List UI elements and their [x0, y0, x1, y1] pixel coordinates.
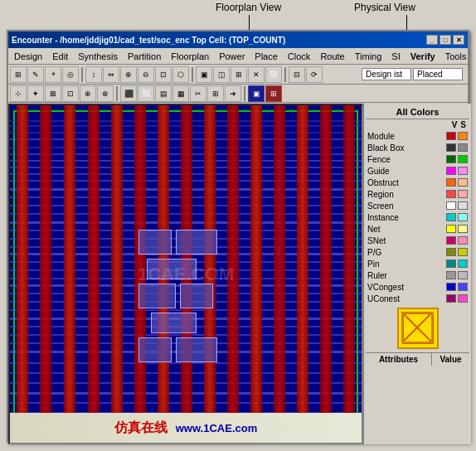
tb-btn-1[interactable]: ⊞ [10, 66, 27, 83]
tb-btn-6[interactable]: ⇔ [103, 66, 119, 83]
tb-btn-8[interactable]: ⊖ [138, 66, 154, 83]
color-row-obstruct[interactable]: Obstruct [366, 177, 469, 188]
color-row-blackbox[interactable]: Black Box [366, 142, 469, 153]
color-row-ruler[interactable]: Ruler [366, 269, 469, 281]
tb-btn-15[interactable]: ⬜ [265, 66, 282, 83]
tb2-btn-7[interactable]: ⬛ [120, 85, 137, 102]
color-row-uconest[interactable]: UConest [366, 293, 469, 304]
tb-btn-17[interactable]: ⟳ [306, 66, 323, 83]
screen-color-v[interactable] [446, 201, 456, 210]
instance-color-s[interactable] [458, 213, 468, 221]
vcongest-color-s[interactable] [458, 283, 468, 291]
color-row-pin[interactable]: Pin [366, 258, 469, 269]
region-color-v[interactable] [446, 190, 456, 198]
instance-color-v[interactable] [446, 213, 456, 221]
pin-color-s[interactable] [458, 259, 468, 268]
menu-route[interactable]: Route [316, 50, 348, 63]
obstruct-color-s[interactable] [458, 178, 468, 187]
tb2-sep-2 [244, 86, 245, 101]
menu-design[interactable]: Design [10, 50, 46, 63]
pg-color-s[interactable] [458, 248, 468, 256]
color-row-vcongest[interactable]: VCongest [366, 281, 469, 293]
guide-color-v[interactable] [446, 167, 456, 175]
tb-btn-13[interactable]: ⊞ [231, 66, 247, 83]
tb-btn-11[interactable]: ▣ [196, 66, 212, 83]
v-col-14 [320, 105, 332, 443]
guide-color-s[interactable] [458, 167, 468, 175]
net-color-v[interactable] [446, 225, 456, 233]
color-row-snet[interactable]: SNet [366, 235, 469, 246]
menu-clock[interactable]: Clock [284, 50, 315, 63]
maximize-button[interactable]: □ [440, 35, 451, 45]
tb2-btn-13[interactable]: ➜ [225, 85, 241, 102]
tb2-btn-1[interactable]: ⊹ [10, 85, 27, 102]
color-row-fence[interactable]: Fence [366, 153, 469, 165]
pg-color-v[interactable] [446, 248, 456, 256]
menu-floorplan[interactable]: Floorplan [167, 50, 213, 63]
minimize-button[interactable]: _ [426, 35, 438, 45]
tb2-btn-4[interactable]: ⊡ [62, 85, 79, 102]
color-row-screen[interactable]: Screen [366, 200, 469, 211]
blackbox-color-s[interactable] [458, 143, 468, 152]
tb-btn-16[interactable]: ⊟ [289, 66, 305, 83]
tb2-view-btn-2[interactable]: ⊞ [265, 85, 282, 102]
tb2-btn-12[interactable]: ⊞ [207, 85, 224, 102]
menu-timing[interactable]: Timing [351, 50, 386, 63]
tb-btn-4[interactable]: ◎ [62, 66, 79, 83]
fence-color-v[interactable] [446, 155, 456, 163]
tb-btn-3[interactable]: ⌖ [45, 66, 61, 83]
snet-color-v[interactable] [446, 236, 456, 245]
canvas-area[interactable]: 1CAE.COM 仿真在线 www.1CAE.com [8, 104, 363, 444]
tb-btn-5[interactable]: ↕ [85, 66, 102, 83]
tb2-btn-8[interactable]: ⬜ [138, 85, 154, 102]
tb-btn-9[interactable]: ⊡ [155, 66, 172, 83]
tb2-btn-6[interactable]: ⊗ [97, 85, 114, 102]
bottom-watermark-content: 仿真在线 www.1CAE.com [10, 413, 362, 443]
close-button[interactable]: ✕ [453, 35, 464, 45]
tb2-view-btn-1[interactable]: ▣ [248, 85, 265, 102]
tb2-btn-11[interactable]: ✂ [190, 85, 206, 102]
color-row-net[interactable]: Net [366, 223, 469, 235]
menu-edit[interactable]: Edit [48, 50, 72, 63]
fence-label: Fence [367, 155, 444, 164]
tb2-btn-5[interactable]: ⊕ [80, 85, 96, 102]
tb-btn-14[interactable]: ✕ [248, 66, 265, 83]
fence-color-s[interactable] [458, 155, 468, 163]
color-row-pg[interactable]: P/G [366, 246, 469, 258]
tb2-btn-2[interactable]: ✦ [27, 85, 44, 102]
module-color-s[interactable] [458, 132, 468, 140]
color-row-region[interactable]: Region [366, 188, 469, 200]
menu-help[interactable]: Help [472, 50, 476, 63]
menu-si[interactable]: SI [387, 50, 404, 63]
menu-place[interactable]: Place [250, 50, 282, 63]
menu-synthesis[interactable]: Synthesis [74, 50, 122, 63]
region-color-s[interactable] [458, 190, 468, 198]
menu-power[interactable]: Power [215, 50, 249, 63]
menu-tools[interactable]: Tools [441, 50, 471, 63]
color-row-instance[interactable]: Instance [366, 211, 469, 223]
ruler-color-v[interactable] [446, 271, 456, 279]
snet-color-s[interactable] [458, 236, 468, 245]
tb-btn-7[interactable]: ⊕ [120, 66, 137, 83]
tb-btn-10[interactable]: ⬡ [172, 66, 189, 83]
module-color-v[interactable] [446, 132, 456, 140]
menu-verify[interactable]: Verify [406, 50, 440, 63]
uconest-color-v[interactable] [446, 294, 456, 303]
pin-color-v[interactable] [446, 259, 456, 268]
net-color-s[interactable] [458, 225, 468, 233]
obstruct-color-v[interactable] [446, 178, 456, 187]
tb-btn-12[interactable]: ◫ [213, 66, 230, 83]
tb2-btn-10[interactable]: ▦ [172, 85, 189, 102]
tb2-btn-9[interactable]: ▤ [155, 85, 172, 102]
tb2-btn-3[interactable]: ⊠ [45, 85, 61, 102]
color-row-module[interactable]: Module [366, 130, 469, 142]
screen-color-s[interactable] [458, 201, 468, 210]
uconest-color-s[interactable] [458, 294, 468, 303]
blackbox-color-v[interactable] [446, 143, 456, 152]
color-row-guide[interactable]: Guide [366, 165, 469, 177]
ruler-color-s[interactable] [458, 271, 468, 279]
menu-partition[interactable]: Partition [124, 50, 165, 63]
tb-btn-2[interactable]: ✎ [27, 66, 44, 83]
selected-element-icon [397, 308, 439, 349]
vcongest-color-v[interactable] [446, 283, 456, 291]
